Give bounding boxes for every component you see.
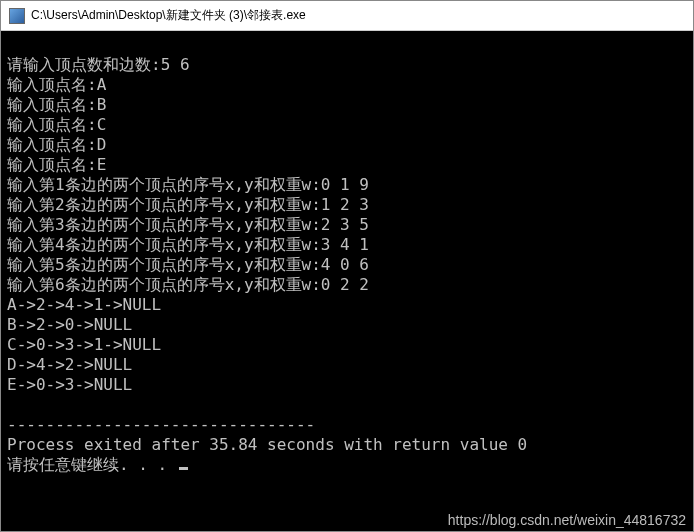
console-line: 输入第6条边的两个顶点的序号x,y和权重w:0 2 2	[7, 275, 369, 294]
console-line: 输入顶点名:D	[7, 135, 106, 154]
console-line: 请按任意键继续. . .	[7, 455, 177, 474]
console-line: --------------------------------	[7, 415, 315, 434]
console-window: C:\Users\Admin\Desktop\新建文件夹 (3)\邻接表.exe…	[0, 0, 694, 532]
console-line: E->0->3->NULL	[7, 375, 132, 394]
console-line: 输入第1条边的两个顶点的序号x,y和权重w:0 1 9	[7, 175, 369, 194]
console-line: C->0->3->1->NULL	[7, 335, 161, 354]
console-line: 输入顶点名:A	[7, 75, 106, 94]
console-line: 输入第4条边的两个顶点的序号x,y和权重w:3 4 1	[7, 235, 369, 254]
console-line: D->4->2->NULL	[7, 355, 132, 374]
console-line: 输入第5条边的两个顶点的序号x,y和权重w:4 0 6	[7, 255, 369, 274]
console-line: 输入顶点名:B	[7, 95, 106, 114]
console-line: 输入顶点名:C	[7, 115, 106, 134]
app-icon	[9, 8, 25, 24]
window-title: C:\Users\Admin\Desktop\新建文件夹 (3)\邻接表.exe	[31, 7, 306, 24]
console-line: 输入顶点名:E	[7, 155, 106, 174]
console-line: 输入第3条边的两个顶点的序号x,y和权重w:2 3 5	[7, 215, 369, 234]
cursor-icon	[179, 467, 188, 470]
watermark-text: https://blog.csdn.net/weixin_44816732	[448, 512, 686, 528]
console-line: 请输入顶点数和边数:5 6	[7, 55, 190, 74]
console-line: Process exited after 35.84 seconds with …	[7, 435, 527, 454]
console-line: A->2->4->1->NULL	[7, 295, 161, 314]
console-line: B->2->0->NULL	[7, 315, 132, 334]
console-line: 输入第2条边的两个顶点的序号x,y和权重w:1 2 3	[7, 195, 369, 214]
titlebar[interactable]: C:\Users\Admin\Desktop\新建文件夹 (3)\邻接表.exe	[1, 1, 693, 31]
console-output-area[interactable]: 请输入顶点数和边数:5 6 输入顶点名:A 输入顶点名:B 输入顶点名:C 输入…	[1, 31, 693, 531]
